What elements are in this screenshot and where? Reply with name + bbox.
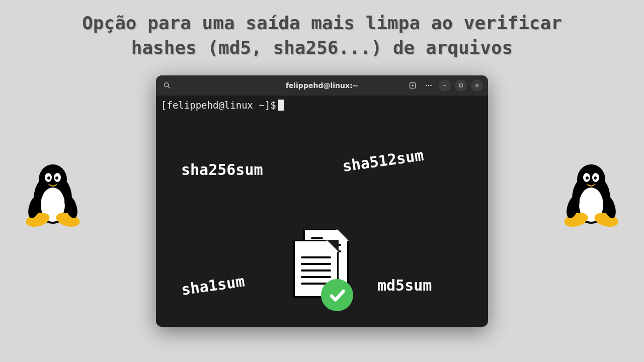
svg-point-6 (55, 176, 58, 179)
minimize-button[interactable] (439, 79, 451, 92)
terminal-titlebar: felippehd@linux:~ (156, 75, 488, 96)
tux-icon (561, 158, 621, 229)
label-md5sum: md5sum (377, 277, 432, 294)
label-sha512sum: sha512sum (341, 146, 425, 175)
terminal-window: felippehd@linux:~ [felippehd@linux ~]$ s… (156, 75, 488, 327)
svg-line-23 (168, 86, 170, 88)
title-line-2: hashes (md5, sha256...) de arquivos (131, 37, 513, 58)
svg-rect-31 (459, 84, 462, 87)
search-icon[interactable] (161, 79, 173, 92)
documents-verified-icon (293, 229, 354, 307)
svg-point-16 (586, 176, 589, 179)
label-sha1sum: sha1sum (180, 272, 246, 298)
svg-point-29 (430, 85, 432, 86)
new-tab-icon[interactable] (407, 79, 419, 92)
svg-point-22 (165, 83, 169, 87)
tux-icon (23, 158, 83, 229)
svg-point-27 (426, 85, 427, 86)
close-button[interactable] (471, 79, 483, 92)
svg-point-17 (594, 176, 597, 179)
page-title: Opção para uma saída mais limpa ao verif… (0, 0, 644, 60)
menu-icon[interactable] (423, 79, 435, 92)
checkmark-icon (321, 279, 353, 311)
title-line-1: Opção para uma saída mais limpa ao verif… (82, 13, 562, 33)
terminal-cursor (278, 100, 284, 111)
svg-point-28 (428, 85, 430, 86)
svg-point-5 (47, 176, 50, 179)
terminal-prompt: [felippehd@linux ~]$ (161, 100, 276, 111)
terminal-body[interactable]: [felippehd@linux ~]$ sha256sum sha512sum… (156, 96, 488, 327)
maximize-button[interactable] (455, 79, 467, 92)
label-sha256sum: sha256sum (181, 161, 263, 178)
terminal-prompt-line: [felippehd@linux ~]$ (161, 100, 483, 111)
